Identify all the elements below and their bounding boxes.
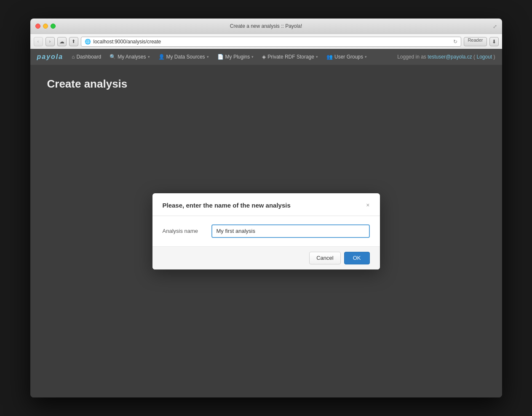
browser-bar: ‹ › ☁ ⬆ 🌐 localhost:9000/analysis/create… [30,34,502,49]
nav-analyses-label: My Analyses [118,54,146,60]
globe-icon: 🌐 [85,39,91,45]
user-groups-chevron: ▾ [365,55,367,59]
dialog-footer: Cancel OK [152,246,380,269]
traffic-lights [35,24,56,29]
rdf-storage-icon: ◈ [262,54,266,60]
nav-rdf-label: Private RDF Storage [267,54,314,60]
analyses-chevron: ▾ [148,55,150,59]
plugins-icon: 📄 [217,54,224,60]
nav-item-plugins[interactable]: 📄 My Plugins ▾ [217,54,254,60]
cloud-button[interactable]: ☁ [57,37,67,46]
analysis-name-label: Analysis name [163,228,205,234]
analyses-icon: 🔍 [110,54,116,60]
dialog-body: Analysis name [152,216,380,246]
nav-item-user-groups[interactable]: 👥 User Groups ▾ [326,54,367,60]
main-content: Create analysis Please, enter the name o… [30,65,502,397]
user-groups-icon: 👥 [326,54,333,60]
dashboard-icon: ⌂ [72,54,75,60]
nav-data-sources-label: My Data Sources [166,54,205,60]
nav-dashboard-label: Dashboard [76,54,101,60]
forward-button[interactable]: › [45,37,55,46]
analysis-name-input[interactable] [211,224,370,238]
dialog-header: Please, enter the name of the new analys… [152,193,380,216]
title-bar: Create a new analysis :: Payola! ⤢ [30,19,502,34]
plugins-chevron: ▾ [251,55,254,59]
nav-plugins-label: My Plugins [225,54,250,60]
reader-button[interactable]: Reader [464,37,487,46]
nav-item-dashboard[interactable]: ⌂ Dashboard [72,54,101,60]
url-display: localhost:9000/analysis/create [94,39,161,45]
app-nav: payola ⌂ Dashboard 🔍 My Analyses ▾ 👤 My … [30,49,502,65]
resize-icon: ⤢ [493,24,497,29]
back-button[interactable]: ‹ [34,37,43,46]
close-window-button[interactable] [35,24,40,29]
logged-in-text: Logged in as [397,54,428,60]
logout-bracket-close: ) [494,54,495,60]
modal-overlay: Please, enter the name of the new analys… [30,65,502,397]
dialog-close-button[interactable]: × [366,202,369,208]
nav-item-data-sources[interactable]: 👤 My Data Sources ▾ [158,54,209,60]
user-email-link[interactable]: testuser@payola.cz [428,54,472,60]
rdf-chevron: ▾ [316,55,318,59]
nav-item-rdf-storage[interactable]: ◈ Private RDF Storage ▾ [262,54,318,60]
refresh-button[interactable]: ↻ [453,39,457,45]
logout-bracket-open: ( [473,54,475,60]
ok-button[interactable]: OK [344,252,370,264]
minimize-window-button[interactable] [43,24,48,29]
maximize-window-button[interactable] [51,24,56,29]
data-sources-icon: 👤 [158,54,165,60]
mac-window: Create a new analysis :: Payola! ⤢ ‹ › ☁… [30,19,502,397]
nav-user-groups-label: User Groups [334,54,363,60]
dialog: Please, enter the name of the new analys… [152,193,380,269]
nav-right: Logged in as testuser@payola.cz ( Logout… [397,54,495,60]
dialog-title: Please, enter the name of the new analys… [163,202,291,209]
share-button[interactable]: ⬆ [69,37,78,46]
data-sources-chevron: ▾ [207,55,209,59]
nav-item-analyses[interactable]: 🔍 My Analyses ▾ [110,54,150,60]
logout-link[interactable]: Logout [476,54,492,60]
cancel-button[interactable]: Cancel [309,252,340,264]
window-controls-right: ⤢ [493,23,497,29]
address-bar: 🌐 localhost:9000/analysis/create ↻ [81,37,462,47]
window-title: Create a new analysis :: Payola! [230,23,302,29]
app-logo: payola [37,53,64,61]
download-button[interactable]: ⬇ [489,37,499,46]
